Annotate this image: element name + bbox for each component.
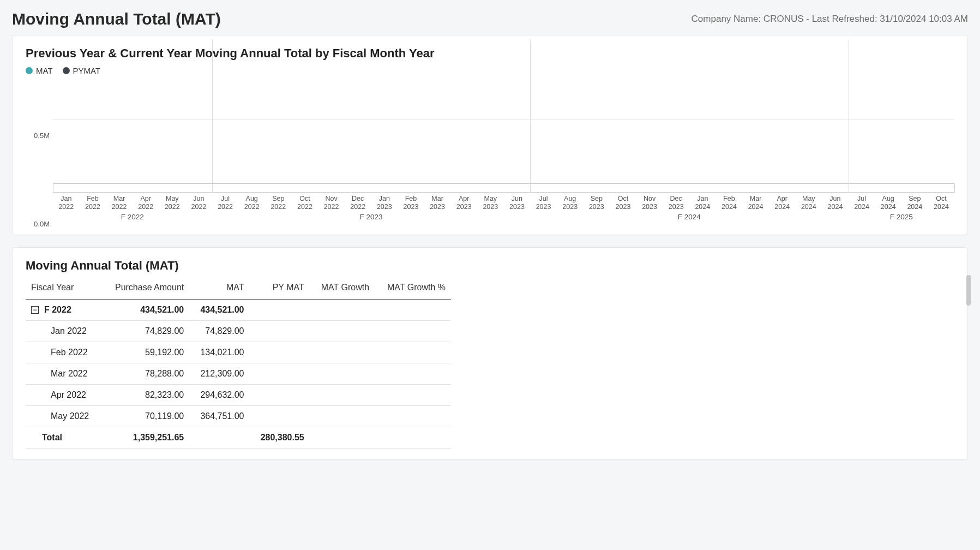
table-row[interactable]: May 202270,119.00364,751.00 <box>26 406 451 427</box>
total-purchase-amount: 1,359,251.65 <box>101 427 189 449</box>
chart-x-axis: Jan 2022Feb 2022Mar 2022Apr 2022May 2022… <box>53 195 954 212</box>
row-label: Mar 2022 <box>26 363 101 385</box>
x-tick: Feb 2024 <box>716 195 743 212</box>
row-mat: 294,632.00 <box>189 385 249 406</box>
legend-swatch-pymat <box>63 67 70 74</box>
row-purchase-amount: 78,288.00 <box>101 363 189 385</box>
scrollbar-thumb[interactable] <box>966 275 971 306</box>
chart-plot[interactable] <box>53 82 954 184</box>
fiscal-year-labels: F 2022F 2023F 2024F 2025 <box>53 213 954 224</box>
legend-item-pymat[interactable]: PYMAT <box>63 66 101 75</box>
fiscal-year-separators <box>53 184 954 193</box>
legend-swatch-mat <box>26 67 33 74</box>
x-tick: Apr 2023 <box>450 195 477 212</box>
row-label: Feb 2022 <box>26 342 101 363</box>
row-label: Apr 2022 <box>26 385 101 406</box>
col-purchase-amount[interactable]: Purchase Amount <box>101 278 189 300</box>
x-tick: Nov 2023 <box>636 195 663 212</box>
x-tick: Oct 2022 <box>292 195 318 212</box>
col-mat-growth-pct[interactable]: MAT Growth % <box>375 278 451 300</box>
table-title: Moving Annual Total (MAT) <box>26 259 951 273</box>
row-mat: 74,829.00 <box>189 321 249 342</box>
x-tick: Jun 2022 <box>185 195 212 212</box>
x-tick: Nov 2022 <box>318 195 345 212</box>
x-tick: Jan 2023 <box>371 195 398 212</box>
group-label: F 2022 <box>44 305 71 315</box>
col-mat[interactable]: MAT <box>189 278 249 300</box>
x-tick: Sep 2022 <box>265 195 292 212</box>
fiscal-year-label: F 2025 <box>890 213 913 221</box>
col-py-mat[interactable]: PY MAT <box>250 278 310 300</box>
x-tick: Apr 2022 <box>133 195 159 212</box>
x-tick: Jul 2022 <box>212 195 239 212</box>
x-tick: Jan 2024 <box>689 195 716 212</box>
table-row[interactable]: Jan 202274,829.0074,829.00 <box>26 321 451 342</box>
legend-label-pymat: PYMAT <box>73 66 101 75</box>
x-tick: Jun 2024 <box>822 195 849 212</box>
row-mat: 212,309.00 <box>189 363 249 385</box>
page-title: Moving Annual Total (MAT) <box>12 10 221 28</box>
chart-area: 0.0M0.5M Jan 2022Feb 2022Mar 2022Apr 202… <box>26 82 954 224</box>
row-mat: 134,021.00 <box>189 342 249 363</box>
table-card: Moving Annual Total (MAT) Fiscal Year Pu… <box>12 247 968 460</box>
row-label: Jan 2022 <box>26 321 101 342</box>
x-tick: Sep 2024 <box>901 195 928 212</box>
chart-title: Previous Year & Current Year Moving Annu… <box>26 46 954 61</box>
x-tick: Mar 2022 <box>106 195 133 212</box>
table-scroll: Fiscal Year Purchase Amount MAT PY MAT M… <box>26 278 951 449</box>
legend-label-mat: MAT <box>36 66 53 75</box>
chart-card: Previous Year & Current Year Moving Annu… <box>12 35 968 235</box>
table-total-row: Total1,359,251.65280,380.55 <box>26 427 451 449</box>
x-tick: Oct 2023 <box>610 195 636 212</box>
mat-table: Fiscal Year Purchase Amount MAT PY MAT M… <box>26 278 451 449</box>
total-py-mat: 280,380.55 <box>250 427 310 449</box>
group-mat: 434,521.00 <box>189 300 249 321</box>
col-mat-growth[interactable]: MAT Growth <box>310 278 375 300</box>
legend-item-mat[interactable]: MAT <box>26 66 53 75</box>
table-row[interactable]: Mar 202278,288.00212,309.00 <box>26 363 451 385</box>
x-tick: Aug 2023 <box>557 195 584 212</box>
x-tick: Aug 2024 <box>875 195 901 212</box>
group-purchase-amount: 434,521.00 <box>101 300 189 321</box>
x-tick: Mar 2023 <box>424 195 451 212</box>
fiscal-year-label: F 2024 <box>678 213 701 221</box>
group-py-mat <box>250 300 310 321</box>
row-purchase-amount: 70,119.00 <box>101 406 189 427</box>
collapse-icon[interactable]: − <box>31 306 39 314</box>
x-tick: Dec 2022 <box>345 195 371 212</box>
y-tick: 0.5M <box>34 131 50 139</box>
header-meta: Company Name: CRONUS - Last Refreshed: 3… <box>692 14 968 25</box>
total-label: Total <box>26 427 101 449</box>
x-tick: Jan 2022 <box>53 195 80 212</box>
chart-plot-wrap: Jan 2022Feb 2022Mar 2022Apr 2022May 2022… <box>53 82 954 224</box>
x-tick: Oct 2024 <box>928 195 955 212</box>
x-tick: Jul 2024 <box>849 195 875 212</box>
fiscal-year-label: F 2022 <box>121 213 144 221</box>
row-label: May 2022 <box>26 406 101 427</box>
fiscal-year-label: F 2023 <box>359 213 382 221</box>
x-tick: Mar 2024 <box>742 195 769 212</box>
chart-legend: MAT PYMAT <box>26 66 954 75</box>
table-row[interactable]: Feb 202259,192.00134,021.00 <box>26 342 451 363</box>
y-tick: 0.0M <box>34 220 50 228</box>
row-purchase-amount: 59,192.00 <box>101 342 189 363</box>
x-tick: Feb 2023 <box>398 195 424 212</box>
row-mat: 364,751.00 <box>189 406 249 427</box>
x-tick: Jun 2023 <box>504 195 531 212</box>
x-tick: May 2023 <box>477 195 504 212</box>
chart-y-axis: 0.0M0.5M <box>26 82 53 224</box>
row-purchase-amount: 74,829.00 <box>101 321 189 342</box>
table-row[interactable]: Apr 202282,323.00294,632.00 <box>26 385 451 406</box>
page-header: Moving Annual Total (MAT) Company Name: … <box>12 10 968 28</box>
x-tick: Aug 2022 <box>238 195 265 212</box>
col-fiscal-year[interactable]: Fiscal Year <box>26 278 101 300</box>
x-tick: Apr 2024 <box>769 195 796 212</box>
x-tick: Jul 2023 <box>530 195 557 212</box>
x-tick: May 2022 <box>159 195 186 212</box>
table-header-row: Fiscal Year Purchase Amount MAT PY MAT M… <box>26 278 451 300</box>
x-tick: May 2024 <box>796 195 822 212</box>
x-tick: Feb 2022 <box>80 195 106 212</box>
chart-bars <box>53 82 954 183</box>
row-purchase-amount: 82,323.00 <box>101 385 189 406</box>
table-group-row[interactable]: −F 2022434,521.00434,521.00 <box>26 300 451 321</box>
